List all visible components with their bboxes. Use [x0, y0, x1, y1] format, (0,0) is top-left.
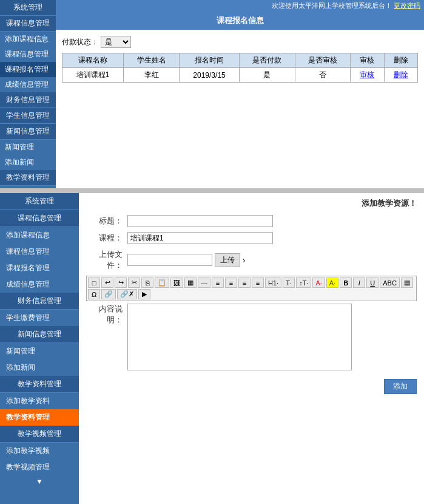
sidebar2-section-video[interactable]: 教学视频管理: [0, 426, 79, 443]
title-row: 标题：: [86, 215, 417, 227]
sidebar-top-section-system[interactable]: 系统管理: [0, 0, 56, 16]
col-enroll-time: 报名时间: [179, 53, 239, 68]
section-divider: [0, 188, 424, 193]
main-bottom: 添加教学资源！ 标题： 课程： 上传文件： 上传 › □ ↩ ↪ ✂ ⎘: [79, 193, 424, 504]
title-input[interactable]: [127, 215, 273, 227]
title-label: 标题：: [86, 216, 123, 226]
sidebar2-section-system[interactable]: 系统管理: [0, 193, 79, 210]
sidebar-top-course-enroll[interactable]: 课程报名管理: [0, 62, 56, 77]
sidebar-top-section-finance[interactable]: 财务信息管理: [0, 92, 56, 108]
toolbar-img[interactable]: 🖼: [170, 278, 183, 288]
upload-arrow: ›: [243, 256, 245, 265]
toolbar-hr[interactable]: —: [198, 278, 210, 288]
sidebar2-add-material[interactable]: 添加教学资料: [0, 393, 79, 409]
toolbar-cut[interactable]: ✂: [128, 278, 140, 288]
enroll-table: 课程名称 学生姓名 报名时间 是否付款 是否审核 审核 删除 培训课程1 李红 …: [62, 53, 418, 83]
toolbar-bold[interactable]: B: [340, 278, 352, 288]
change-password-link[interactable]: 更改密码: [394, 2, 420, 9]
toolbar-copy[interactable]: ⎘: [141, 278, 153, 288]
sidebar-top-course-manage[interactable]: 课程信息管理: [0, 47, 56, 62]
sidebar2-section-course[interactable]: 课程信息管理: [0, 210, 79, 227]
sidebar-bottom: 系统管理 课程信息管理 添加课程信息 课程信息管理 课程报名管理 成绩信息管理 …: [0, 193, 79, 504]
toolbar-special[interactable]: Ω: [88, 289, 100, 299]
toolbar-align-left[interactable]: ≡: [212, 278, 224, 288]
sidebar2-scroll-down[interactable]: ▼: [0, 475, 79, 488]
course-row: 课程：: [86, 232, 417, 244]
content-editor[interactable]: [127, 304, 352, 370]
toolbar-preview[interactable]: ▶: [138, 289, 150, 299]
course-input[interactable]: [127, 232, 273, 244]
col-approve-action: 审核: [351, 53, 384, 68]
toolbar-redo[interactable]: ↪: [115, 278, 127, 288]
sidebar2-course-manage[interactable]: 课程信息管理: [0, 243, 79, 260]
table-row: 培训课程1 李红 2019/3/15 是 否 审核 删除: [62, 68, 418, 83]
sidebar-top-section-student[interactable]: 学生信息管理: [0, 108, 56, 124]
toolbar-bg-color[interactable]: A·: [326, 278, 338, 288]
toolbar-underline[interactable]: U: [366, 278, 379, 288]
sidebar2-add-video[interactable]: 添加教学视频: [0, 443, 79, 459]
cell-paid: 是: [240, 68, 295, 83]
sidebar-top-section-news[interactable]: 新闻信息管理: [0, 124, 56, 140]
toolbar-paste[interactable]: 📋: [155, 278, 169, 288]
cell-course-name: 培训课程1: [62, 68, 124, 83]
add-resource-button[interactable]: 添加: [384, 379, 417, 394]
filter-row: 付款状态： 是 否 全部: [62, 36, 418, 48]
top-bar: 欢迎使用太平洋网上学校管理系统后台！ 更改密码: [56, 0, 424, 12]
sidebar2-course-enroll[interactable]: 课程报名管理: [0, 260, 79, 276]
sidebar-top-add-course[interactable]: 添加课程信息: [0, 32, 56, 47]
col-student-name: 学生姓名: [124, 53, 179, 68]
sidebar2-score-manage[interactable]: 成绩信息管理: [0, 276, 79, 293]
sidebar2-section-finance[interactable]: 财务信息管理: [0, 293, 79, 310]
sidebar-top-news-manage[interactable]: 新闻管理: [0, 140, 56, 155]
sidebar2-add-news[interactable]: 添加新闻: [0, 359, 79, 376]
sidebar2-material-manage[interactable]: 教学资料管理: [0, 409, 79, 426]
delete-button[interactable]: 删除: [394, 70, 408, 80]
col-delete-action: 删除: [384, 53, 418, 68]
upload-label: 上传文件：: [86, 249, 123, 271]
sidebar-top-section-course[interactable]: 课程信息管理: [0, 16, 56, 32]
toolbar-font-size2[interactable]: ↑T·: [296, 278, 311, 288]
upload-path-input[interactable]: [127, 254, 212, 266]
sidebar-top-add-material[interactable]: 添加教学资料: [0, 186, 56, 188]
sidebar2-news-manage[interactable]: 新闻管理: [0, 343, 79, 359]
sidebar2-video-manage[interactable]: 教学视频管理: [0, 459, 79, 475]
sidebar2-fee-manage[interactable]: 学生缴费管理: [0, 310, 79, 326]
sidebar-top-score-manage[interactable]: 成绩信息管理: [0, 77, 56, 92]
toolbar-list[interactable]: ▤: [401, 278, 413, 288]
editor-toolbar: □ ↩ ↪ ✂ ⎘ 📋 🖼 ▦ — ≡ ≡ ≡ ≡ H1· T· ↑T· A· …: [86, 276, 417, 301]
payment-status-select[interactable]: 是 否 全部: [101, 36, 131, 48]
toolbar-link[interactable]: 🔗: [101, 289, 116, 299]
page-title-top: 课程报名信息: [56, 12, 424, 30]
toolbar-font-size[interactable]: T·: [283, 278, 295, 288]
content-area-top: 付款状态： 是 否 全部 课程名称 学生姓名 报名时间 是否付款 是否审核 审核: [56, 32, 424, 86]
toolbar-table[interactable]: ▦: [184, 278, 197, 288]
filter-label: 付款状态：: [62, 37, 98, 47]
toolbar-h1[interactable]: H1·: [265, 278, 281, 288]
toolbar-new[interactable]: □: [88, 278, 100, 288]
sidebar2-section-material[interactable]: 教学资料管理: [0, 376, 79, 393]
toolbar-align-justify[interactable]: ≡: [252, 278, 264, 288]
toolbar-font-color[interactable]: A·: [312, 278, 325, 288]
col-course-name: 课程名称: [62, 53, 124, 68]
upload-button[interactable]: 上传: [215, 253, 240, 267]
main-top: 欢迎使用太平洋网上学校管理系统后台！ 更改密码 课程报名信息 付款状态： 是 否…: [56, 0, 424, 188]
sidebar2-add-course[interactable]: 添加课程信息: [0, 227, 79, 243]
toolbar-strikethrough[interactable]: ABC: [380, 278, 400, 288]
sidebar-top: 系统管理 课程信息管理 添加课程信息 课程信息管理 课程报名管理 成绩信息管理 …: [0, 0, 56, 188]
sidebar2-section-news[interactable]: 新闻信息管理: [0, 326, 79, 343]
toolbar-align-center[interactable]: ≡: [225, 278, 237, 288]
toolbar-align-right[interactable]: ≡: [238, 278, 251, 288]
cell-student-name: 李红: [124, 68, 179, 83]
col-approved: 是否审核: [295, 53, 350, 68]
page-header-bottom: 添加教学资源！: [86, 198, 417, 209]
content-row: 内容说明：: [86, 304, 417, 370]
approve-button[interactable]: 审核: [360, 70, 374, 80]
col-paid: 是否付款: [240, 53, 295, 68]
content-label: 内容说明：: [86, 304, 123, 325]
sidebar-top-add-news[interactable]: 添加新闻: [0, 155, 56, 170]
sidebar-top-section-material[interactable]: 教学资料管理: [0, 170, 56, 186]
toolbar-undo[interactable]: ↩: [101, 278, 113, 288]
upload-row: 上传文件： 上传 ›: [86, 249, 417, 271]
toolbar-unlink[interactable]: 🔗✗: [117, 289, 137, 299]
toolbar-italic[interactable]: I: [353, 278, 365, 288]
